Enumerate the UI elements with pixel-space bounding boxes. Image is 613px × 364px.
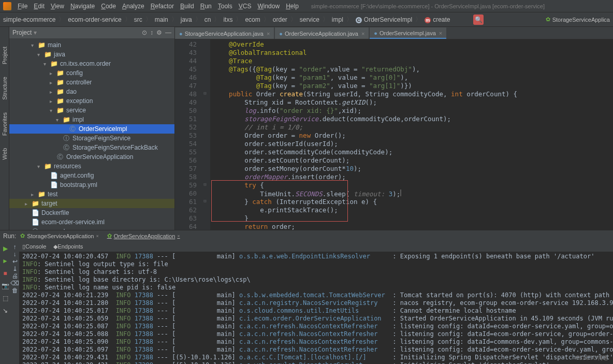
editor-tab[interactable]: ●StorageServiceApplication.java×	[175, 27, 274, 39]
tree-node[interactable]: Ⓜpom.xml	[9, 227, 174, 230]
stop-icon[interactable]: ■	[0, 268, 10, 279]
breadcrumb-item[interactable]: src	[133, 16, 143, 23]
wrap-icon[interactable]: ↩	[12, 258, 18, 265]
console-line: 2022-07-24 10:40:25.090 INFO 17388 --- […	[22, 338, 613, 346]
print-icon[interactable]: 🖨	[12, 272, 18, 280]
camera-icon[interactable]: 📷	[0, 281, 10, 291]
breadcrumb-item[interactable]: mcreate	[424, 16, 451, 23]
editor-tab[interactable]: ●OrderServiceImpl.java×	[370, 27, 446, 39]
breadcrumb-item[interactable]: simple-ecommerce	[2, 16, 56, 23]
line-number-gutter: 4243444546474849505152535455565758596061…	[175, 39, 200, 230]
exit-icon[interactable]: ↘	[0, 305, 10, 316]
console-line: 2022-07-24 10:40:29.431 INFO 17388 --- […	[22, 354, 613, 361]
tree-node[interactable]: ⒸOrderServiceApplication	[9, 152, 174, 162]
tree-node[interactable]: ▾📁service	[9, 106, 174, 115]
menu-code[interactable]: Code	[98, 3, 119, 10]
trash-icon[interactable]: 🗑	[12, 287, 18, 294]
console-tab-endpoints[interactable]: ◆ Endpoints	[53, 243, 83, 250]
rail-tab-project[interactable]: Project	[1, 42, 9, 68]
breadcrumb-item[interactable]: java	[180, 16, 193, 23]
tree-node[interactable]: ▸📁test	[9, 190, 174, 199]
tree-node[interactable]: 📄Dockerfile	[9, 208, 174, 217]
tree-node[interactable]: ▸📁config	[9, 68, 174, 78]
tree-node[interactable]: ▾📁cn.itxs.ecom.order	[9, 59, 174, 68]
menu-help[interactable]: Help	[283, 3, 302, 10]
console-tab-console[interactable]: ▯ Console	[22, 243, 46, 250]
tree-node[interactable]: ⒾStorageFeignService	[9, 134, 174, 143]
rail-tab-structure[interactable]: Structure	[1, 72, 9, 104]
tree-node[interactable]: ▸📁exception	[9, 96, 174, 106]
menu-vcs[interactable]: VCS	[236, 3, 255, 10]
tree-node[interactable]: ▸📁controller	[9, 78, 174, 87]
project-tool-window: Project ▾ ⊙ ↕ ⚙ — ▾📁main▾📁java▾📁cn.itxs.…	[9, 27, 175, 230]
breadcrumb-item[interactable]: itxs	[222, 16, 233, 23]
rail-tab-web[interactable]: Web	[1, 144, 9, 164]
code-area[interactable]: @OverrIde @GlobalTransactional @Trace @T…	[210, 39, 613, 230]
breadcrumb-item[interactable]: cn	[203, 16, 212, 23]
close-run-icon[interactable]: ×	[96, 234, 98, 239]
close-run-icon[interactable]: ×	[177, 234, 180, 239]
menu-build[interactable]: Build	[177, 3, 197, 10]
tree-node[interactable]: ▸📁target	[9, 199, 174, 208]
breadcrumb-item[interactable]: ecom-order-service	[67, 16, 122, 23]
rerun-icon[interactable]: ▶	[0, 243, 10, 254]
run-tab[interactable]: ✿OrderServiceApplication×	[107, 232, 180, 239]
breadcrumb-sep: 〉	[261, 15, 272, 24]
expand-all-icon[interactable]: ↕	[150, 29, 153, 36]
console-line: 2022-07-24 10:40:29.431 INFO 17388 --- […	[22, 361, 613, 364]
console-line: 2022-07-24 10:40:21.239 INFO 17388 --- […	[22, 292, 613, 299]
main-area: ProjectStructureFavoritesWeb Project ▾ ⊙…	[0, 27, 613, 230]
tree-node[interactable]: ▾📁impl	[9, 115, 174, 124]
tree-node[interactable]: ▾📁main	[9, 40, 174, 50]
console-output[interactable]: 2022-07-24 10:40:20.457 INFO 17388 --- […	[19, 252, 613, 364]
down-icon[interactable]: ↓	[13, 251, 17, 258]
layout-icon[interactable]: ⬚	[0, 293, 10, 303]
up-icon[interactable]: ↑	[13, 243, 17, 251]
scroll-icon[interactable]: ⤓	[12, 265, 18, 272]
code-editor[interactable]: 4243444546474849505152535455565758596061…	[175, 39, 613, 230]
project-header-title: Project	[12, 29, 32, 36]
hide-icon[interactable]: —	[165, 29, 171, 36]
breadcrumb-item[interactable]: service	[299, 16, 320, 23]
run-tab[interactable]: ✿StorageServiceApplication×	[20, 232, 98, 239]
console-line: 2022-07-24 10:40:25.017 INFO 17388 --- […	[22, 307, 613, 315]
locate-icon[interactable]: ⊙	[142, 29, 147, 36]
menu-window[interactable]: Window	[254, 3, 283, 10]
menu-analyze[interactable]: Analyze	[119, 3, 148, 10]
tree-node[interactable]: 📄agent.config	[9, 171, 174, 180]
menu-run[interactable]: Run	[197, 3, 215, 10]
tree-node[interactable]: ⒸStorageFeignServiceFackBack	[9, 143, 174, 152]
close-tab-icon[interactable]: ×	[439, 30, 442, 36]
menu-navigate[interactable]: Navigate	[67, 3, 98, 10]
breadcrumb-item[interactable]: COrderServiceImpl	[355, 16, 413, 23]
right-nav-link[interactable]: ✿ StorageServiceApplica	[546, 16, 610, 23]
breadcrumb-item[interactable]: order	[272, 16, 288, 23]
clear-icon[interactable]: ⌫	[10, 280, 19, 287]
breadcrumb-item[interactable]: impl	[331, 16, 344, 23]
editor-tabs: ●StorageServiceApplication.java×●OrderSe…	[175, 27, 613, 39]
search-button[interactable]: 🔍	[473, 14, 484, 25]
menu-file[interactable]: File	[14, 3, 31, 10]
breadcrumb-sep: 〉	[169, 15, 180, 24]
close-tab-icon[interactable]: ×	[267, 31, 270, 37]
tree-node[interactable]: 📄bootstrap.yml	[9, 180, 174, 190]
breadcrumb-item[interactable]: main	[154, 16, 169, 23]
editor-tab[interactable]: ●OrderServiceApplication.java×	[275, 27, 369, 39]
tree-node[interactable]: ⒸOrderServiceImpl	[9, 124, 174, 134]
project-tree[interactable]: ▾📁main▾📁java▾📁cn.itxs.ecom.order▸📁config…	[9, 38, 174, 230]
run-icon[interactable]: ►	[0, 256, 10, 266]
tree-node[interactable]: ▾📁resources	[9, 162, 174, 171]
menu-tools[interactable]: Tools	[215, 3, 236, 10]
close-tab-icon[interactable]: ×	[361, 31, 364, 37]
gear-icon[interactable]: ⚙	[156, 29, 162, 36]
tree-node[interactable]: 📄ecom-order-service.iml	[9, 217, 174, 227]
rail-tab-favorites[interactable]: Favorites	[1, 108, 9, 140]
breadcrumb-item[interactable]: ecom	[244, 16, 261, 23]
tree-node[interactable]: ▾📁java	[9, 50, 174, 59]
breadcrumb-sep: 〉	[344, 15, 355, 24]
tree-node[interactable]: ▸📁dao	[9, 87, 174, 96]
menu-edit[interactable]: Edit	[31, 3, 48, 10]
menu-refactor[interactable]: Refactor	[148, 3, 177, 10]
console-line: 2022-07-24 10:40:20.457 INFO 17388 --- […	[22, 253, 613, 260]
menu-view[interactable]: View	[48, 3, 67, 10]
